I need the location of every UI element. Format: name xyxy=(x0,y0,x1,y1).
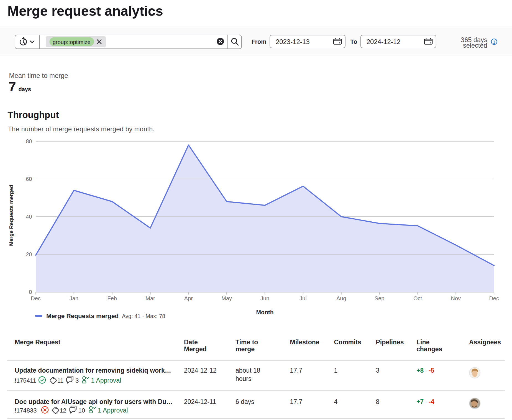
svg-text:Apr: Apr xyxy=(184,295,193,301)
svg-text:changes: changes xyxy=(416,345,442,353)
svg-text:11: 11 xyxy=(57,377,64,384)
svg-text:Mar: Mar xyxy=(145,295,155,301)
svg-text:hours: hours xyxy=(235,375,252,382)
svg-text:8: 8 xyxy=(376,398,380,405)
svg-text:May: May xyxy=(221,295,232,301)
svg-text:Month: Month xyxy=(256,309,274,315)
svg-text:Assignees: Assignees xyxy=(469,339,501,346)
svg-text:-4: -4 xyxy=(429,398,434,405)
svg-text:Merge Requests merged: Merge Requests merged xyxy=(46,313,119,319)
svg-text:!174833: !174833 xyxy=(15,407,37,414)
svg-text:7: 7 xyxy=(9,79,16,94)
svg-text:+8: +8 xyxy=(416,367,424,374)
svg-text:Avg: 41 · Max: 78: Avg: 41 · Max: 78 xyxy=(122,313,165,319)
svg-text:Sep: Sep xyxy=(375,295,385,301)
svg-text:1 Approval: 1 Approval xyxy=(98,407,128,414)
svg-text:60: 60 xyxy=(26,176,32,182)
svg-text:Pipelines: Pipelines xyxy=(376,339,404,346)
svg-text:To: To xyxy=(350,39,357,45)
svg-text:Dec: Dec xyxy=(489,295,499,301)
svg-text:0: 0 xyxy=(29,289,32,295)
svg-text:+7: +7 xyxy=(416,398,424,405)
svg-text:Merge request analytics: Merge request analytics xyxy=(7,3,163,19)
svg-text:1 Approval: 1 Approval xyxy=(91,377,121,384)
svg-text:2024-12-12: 2024-12-12 xyxy=(184,367,217,374)
svg-text:17.7: 17.7 xyxy=(290,367,303,374)
svg-text:20: 20 xyxy=(26,251,32,257)
svg-text:2023-12-13: 2023-12-13 xyxy=(276,38,310,45)
svg-text:Throughput: Throughput xyxy=(7,110,59,120)
svg-text:Milestone: Milestone xyxy=(290,339,319,346)
svg-text:Nov: Nov xyxy=(451,295,461,301)
svg-text:10: 10 xyxy=(78,407,85,414)
svg-text:!175411: !175411 xyxy=(15,377,36,384)
svg-text:From: From xyxy=(252,39,267,45)
svg-text:selected: selected xyxy=(463,42,487,49)
svg-text:Time to: Time to xyxy=(235,339,258,346)
svg-text:Feb: Feb xyxy=(107,295,117,301)
svg-text:3: 3 xyxy=(376,367,380,374)
svg-text:Merged: Merged xyxy=(184,345,207,353)
svg-text:80: 80 xyxy=(26,138,32,144)
svg-text:Date: Date xyxy=(184,339,198,346)
svg-text:6 days: 6 days xyxy=(235,398,254,405)
svg-text:Jan: Jan xyxy=(70,295,78,301)
svg-text:2024-12-12: 2024-12-12 xyxy=(367,38,401,45)
svg-text:days: days xyxy=(19,86,31,92)
svg-text:The number of merge requests m: The number of merge requests merged by m… xyxy=(8,125,155,133)
svg-text:1: 1 xyxy=(334,367,338,374)
svg-text:about 18: about 18 xyxy=(235,367,260,374)
svg-text:Jul: Jul xyxy=(299,295,307,301)
svg-text:Doc update for AiUsage api onl: Doc update for AiUsage api only for user… xyxy=(15,398,173,405)
svg-text:3: 3 xyxy=(75,377,79,384)
svg-text:Mean time to merge: Mean time to merge xyxy=(9,72,68,79)
svg-text:4: 4 xyxy=(334,398,338,405)
svg-text:Dec: Dec xyxy=(31,295,41,301)
svg-text:Aug: Aug xyxy=(336,295,346,301)
svg-text:Commits: Commits xyxy=(334,339,361,346)
svg-text:merge: merge xyxy=(235,345,255,353)
svg-text:17.7: 17.7 xyxy=(290,398,303,405)
svg-text:Line: Line xyxy=(416,339,429,346)
svg-text:group::optimize: group::optimize xyxy=(53,39,91,45)
svg-text:Merge Requests merged: Merge Requests merged xyxy=(8,185,14,246)
svg-text:40: 40 xyxy=(26,214,32,220)
svg-text:12: 12 xyxy=(60,407,66,414)
svg-text:2024-12-11: 2024-12-11 xyxy=(184,398,216,405)
svg-text:Jun: Jun xyxy=(260,295,269,301)
svg-text:Oct: Oct xyxy=(413,295,422,301)
svg-text:Update documentation for remov: Update documentation for removing sideki… xyxy=(15,367,171,374)
svg-text:-5: -5 xyxy=(429,367,434,374)
svg-text:Merge Request: Merge Request xyxy=(15,339,60,346)
